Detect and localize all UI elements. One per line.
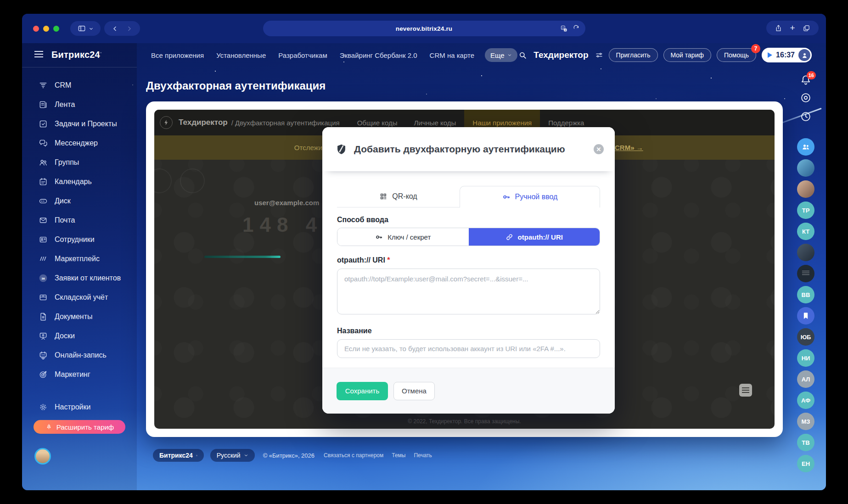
chat-avatar[interactable] [797, 265, 814, 282]
sliders-icon[interactable] [595, 51, 603, 59]
sidebar-item-icon [39, 119, 48, 129]
menu-hamburger-icon[interactable] [34, 51, 43, 57]
time-tracker[interactable]: 16:37 [762, 48, 812, 62]
tabs-overview-icon[interactable] [803, 24, 810, 32]
sidebar-item[interactable]: Задачи и Проекты [22, 114, 137, 134]
chat-avatar[interactable] [797, 180, 814, 198]
notifications-bell-icon[interactable]: 16 [800, 74, 812, 86]
sidebar-item-icon [39, 331, 48, 341]
chat-avatar[interactable]: АЛ [797, 370, 814, 388]
browser-sidebar-toggle[interactable] [70, 21, 101, 36]
history-clock-icon[interactable] [800, 111, 812, 123]
search-icon[interactable] [518, 51, 527, 60]
timer-value: 16:37 [776, 51, 795, 59]
chat-avatar[interactable] [797, 159, 814, 177]
language-selector[interactable]: Русский [210, 449, 255, 462]
sidebar-item[interactable]: Сотрудники [22, 230, 137, 249]
top-menu-item[interactable]: Установленные [216, 51, 266, 59]
sidebar-item[interactable]: Онлайн-запись [22, 346, 137, 365]
chat-avatar[interactable]: НИ [797, 349, 814, 367]
cancel-button[interactable]: Отмена [393, 382, 435, 400]
zoom-window-button[interactable] [53, 26, 59, 32]
chat-avatar[interactable]: ЕН [797, 455, 814, 472]
chat-avatar[interactable]: ТР [797, 202, 814, 219]
frame-app-name[interactable]: Техдиректор [179, 118, 228, 127]
chat-avatar[interactable]: ВВ [797, 286, 814, 303]
sidebar-item[interactable]: Складской учёт [22, 288, 137, 307]
sidebar-item[interactable]: Диск [22, 191, 137, 211]
uri-field-label: otpauth:// URI * [337, 256, 600, 264]
help-button[interactable]: Помощь [717, 48, 756, 62]
status-disc-icon[interactable] [800, 92, 812, 104]
translate-icon[interactable] [560, 25, 568, 33]
avatar-icon [801, 142, 810, 151]
profile-avatar[interactable] [34, 448, 51, 465]
footer-link[interactable]: Темы [392, 452, 405, 459]
address-bar[interactable]: neverov.bitrix24.ru [263, 21, 585, 36]
top-menu-item[interactable]: Эквайринг Сбербанк 2.0 [340, 51, 417, 59]
save-button[interactable]: Сохранить [337, 382, 388, 400]
brand-logo[interactable]: Битрикс24◦ [51, 50, 102, 60]
footer-link[interactable]: Связаться с партнером [324, 452, 383, 459]
back-button[interactable] [112, 25, 118, 32]
new-tab-button[interactable]: + [790, 23, 795, 32]
chat-avatar[interactable] [797, 307, 814, 325]
sidebar-bottom: Настройки Расширить тариф [22, 385, 137, 434]
top-menu-item[interactable]: CRM на карте [430, 51, 474, 59]
name-input[interactable] [337, 339, 600, 358]
sidebar-item-label: Мессенджер [55, 139, 98, 147]
sidebar-item[interactable]: Маркетплейс [22, 249, 137, 269]
upgrade-plan-button[interactable]: Расширить тариф [34, 420, 125, 434]
chat-avatar[interactable]: КТ [797, 223, 814, 240]
chat-avatar[interactable]: ЮБ [797, 328, 814, 346]
sidebar-item[interactable]: Мессенджер [22, 134, 137, 153]
sidebar-item-icon [39, 177, 48, 186]
segment-key-secret[interactable]: Ключ / секрет [337, 228, 469, 246]
chat-avatar[interactable] [797, 138, 814, 156]
sidebar-item[interactable]: CRM [22, 76, 137, 95]
chat-avatar[interactable]: МЗ [797, 413, 814, 430]
sidebar-item[interactable]: Доски [22, 326, 137, 346]
my-plan-button[interactable]: Мой тариф [663, 48, 711, 62]
modal-body: QR-код Ручной ввод Способ ввода Ключ / с… [322, 171, 615, 368]
sidebar-item[interactable]: Документы [22, 307, 137, 326]
page-title: Двухфакторная аутентификация [146, 79, 326, 92]
footer-links: Связаться с партнером Темы Печать [324, 452, 432, 459]
close-icon[interactable]: ✕ [594, 144, 604, 154]
sidebar-item-label: Онлайн-запись [55, 351, 107, 359]
close-window-button[interactable] [33, 26, 39, 32]
banner-link[interactable]: CRM» → [615, 135, 643, 160]
url-text: neverov.bitrix24.ru [396, 25, 453, 32]
log-icon[interactable] [739, 384, 752, 397]
upgrade-label: Расширить тариф [56, 423, 114, 431]
sidebar-item[interactable]: Лента [22, 95, 137, 114]
sidebar-item[interactable]: Почта [22, 211, 137, 230]
tab-qr-code[interactable]: QR-код [337, 186, 460, 207]
user-avatar[interactable] [798, 49, 810, 61]
forward-button[interactable] [126, 25, 133, 32]
minimize-window-button[interactable] [43, 26, 49, 32]
otpauth-uri-textarea[interactable] [337, 269, 600, 314]
footer-link[interactable]: Печать [414, 452, 432, 459]
sidebar-item[interactable]: Группы [22, 153, 137, 172]
browser-nav-buttons [104, 21, 140, 36]
sidebar-menu: CRM Лента Задачи и Проекты Мессе [22, 76, 137, 384]
chat-avatar[interactable]: АФ [797, 392, 814, 409]
more-menu-button[interactable]: Еще [485, 48, 517, 62]
chat-avatar[interactable]: ТВ [797, 434, 814, 451]
browser-toolbar-right: + [766, 21, 819, 35]
top-menu-item[interactable]: Разработчикам [278, 51, 327, 59]
reload-icon[interactable] [573, 25, 580, 32]
invite-button[interactable]: Пригласить [609, 48, 658, 62]
sidebar-item[interactable]: Заявки от клиентов [22, 269, 137, 288]
person-icon [801, 51, 809, 59]
footer-brand[interactable]: Битрикс24◦ [153, 449, 204, 462]
sidebar-item[interactable]: Календарь [22, 172, 137, 191]
chat-avatar[interactable] [797, 244, 814, 261]
top-menu-item[interactable]: Все приложения [151, 51, 204, 59]
tab-manual-input[interactable]: Ручной ввод [460, 186, 600, 207]
sidebar-item[interactable]: Маркетинг [22, 365, 137, 384]
segment-otpauth-uri[interactable]: otpauth:// URI [469, 228, 600, 246]
sidebar-item-settings[interactable]: Настройки [22, 398, 137, 417]
share-icon[interactable] [775, 24, 782, 32]
